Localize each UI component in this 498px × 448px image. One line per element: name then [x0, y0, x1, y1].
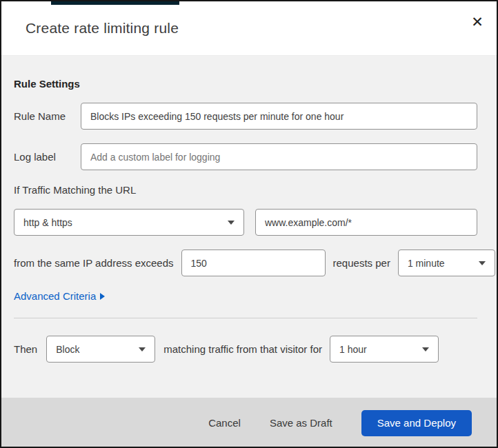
log-label-row: Log label — [14, 143, 477, 170]
scheme-select-value: http & https — [23, 217, 72, 228]
threshold-row: from the same IP address exceeds request… — [14, 250, 477, 276]
chevron-down-icon — [139, 347, 146, 352]
save-and-deploy-button[interactable]: Save and Deploy — [361, 410, 472, 436]
section-divider — [14, 318, 477, 318]
traffic-match-intro: If Traffic Matching the URL — [14, 184, 477, 196]
url-match-row: http & https — [14, 209, 477, 236]
screenshot-frame: Create rate limiting rule ✕ Rule Setting… — [0, 0, 498, 448]
then-label: Then — [14, 343, 37, 355]
duration-select-value: 1 hour — [339, 344, 367, 355]
duration-select[interactable]: 1 hour — [330, 336, 439, 363]
underlying-page-bar — [51, 1, 179, 5]
modal-title: Create rate limiting rule — [26, 20, 179, 37]
action-middle-text: matching traffic from that visitor for — [163, 343, 322, 355]
modal-header: Create rate limiting rule ✕ — [1, 1, 497, 56]
chevron-down-icon — [422, 347, 429, 352]
arrow-right-icon — [100, 293, 105, 300]
period-select-value: 1 minute — [408, 258, 445, 269]
modal-footer: Cancel Save as Draft Save and Deploy — [1, 398, 497, 448]
action-select-value: Block — [56, 344, 79, 355]
save-as-draft-button[interactable]: Save as Draft — [270, 417, 332, 429]
chevron-down-icon — [479, 261, 486, 265]
section-title-rule-settings: Rule Settings — [14, 78, 477, 90]
period-select[interactable]: 1 minute — [398, 250, 495, 276]
modal-body: Rule Settings Rule Name Log label If Tra… — [1, 56, 497, 398]
threshold-text: from the same IP address exceeds — [14, 257, 174, 269]
advanced-criteria-label: Advanced Criteria — [14, 290, 96, 302]
close-icon[interactable]: ✕ — [466, 11, 488, 33]
advanced-criteria-link[interactable]: Advanced Criteria — [14, 290, 105, 302]
chevron-down-icon — [228, 221, 235, 225]
request-threshold-input[interactable] — [181, 250, 326, 276]
action-row: Then Block matching traffic from that vi… — [14, 336, 477, 363]
url-pattern-input[interactable] — [255, 209, 477, 236]
cancel-button[interactable]: Cancel — [208, 417, 241, 429]
requests-per-text: requests per — [333, 257, 390, 269]
rule-name-input[interactable] — [81, 103, 477, 130]
action-select[interactable]: Block — [46, 336, 155, 363]
rule-name-row: Rule Name — [14, 103, 477, 130]
scheme-select[interactable]: http & https — [14, 209, 244, 236]
log-label-input[interactable] — [81, 143, 477, 170]
log-label-label: Log label — [14, 151, 81, 163]
rule-name-label: Rule Name — [14, 110, 81, 122]
